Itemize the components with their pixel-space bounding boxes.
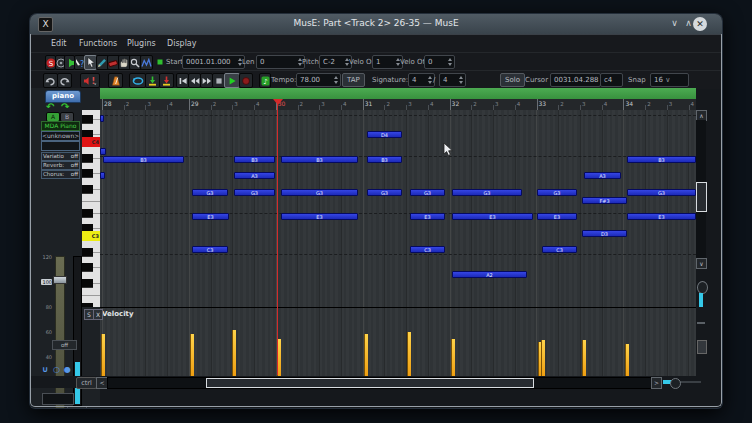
velocity-lane[interactable]: Velocity (100, 307, 696, 376)
play-icon[interactable] (224, 73, 240, 88)
black-key[interactable] (82, 279, 93, 288)
midi-note[interactable]: G3 (234, 189, 275, 196)
scroll-down-icon[interactable]: ∨ (696, 258, 707, 269)
sig-den-spinbox-down-icon[interactable] (459, 81, 463, 84)
sig-den-spinbox-up-icon[interactable] (459, 76, 463, 79)
velocity-bar[interactable] (451, 339, 455, 376)
midi-note[interactable]: G3 (367, 189, 402, 196)
midi-note[interactable]: B3 (281, 156, 358, 163)
midi-note[interactable]: F#3 (582, 197, 627, 204)
volume-off-button[interactable]: off (52, 340, 77, 350)
solo-button[interactable]: Solo (500, 73, 525, 87)
black-key[interactable] (82, 248, 93, 257)
tap-button[interactable]: TAP (342, 73, 365, 87)
tempo-icon[interactable]: ♪ (259, 73, 271, 88)
hzoom-knob[interactable] (670, 378, 681, 389)
black-key[interactable] (82, 115, 93, 124)
controller-row-variatio[interactable]: Variatiooff (41, 152, 80, 161)
sig-num-spinbox-up-icon[interactable] (428, 76, 432, 79)
vscrollbar-thumb[interactable] (696, 182, 707, 212)
close-icon[interactable]: ✕ (693, 17, 707, 31)
midi-note[interactable]: E3 (410, 213, 445, 220)
draw-line-icon[interactable] (140, 55, 153, 70)
punch-out-icon[interactable] (159, 73, 174, 88)
vscrollbar-track[interactable] (696, 120, 706, 268)
piano-keyboard[interactable]: C4C3 (82, 110, 101, 307)
velocity-bar[interactable] (625, 344, 629, 376)
velocity-bar[interactable] (582, 340, 586, 376)
titlebar[interactable]: X MusE: Part <Track 2> 26-35 — MusE ∨ ∧ … (30, 14, 722, 34)
midi-note[interactable]: E3 (281, 213, 358, 220)
midi-note[interactable]: D3 (582, 230, 627, 237)
midi-note[interactable]: A2 (452, 271, 527, 278)
midi-note[interactable]: G3 (537, 189, 577, 196)
controller-row-chorus[interactable]: Chorus:off (41, 170, 80, 179)
record-icon[interactable] (239, 73, 253, 88)
hzoom-slider[interactable] (663, 378, 701, 386)
velocity-bar[interactable] (190, 334, 194, 376)
midi-note[interactable]: B3 (103, 156, 184, 163)
velocity-bar[interactable] (232, 330, 236, 376)
volume-handle[interactable] (53, 276, 67, 284)
midi-note[interactable]: B3 (367, 156, 402, 163)
sig-den-spinbox[interactable]: 4 (439, 73, 466, 87)
black-key[interactable] (82, 185, 93, 194)
midi-note[interactable] (100, 172, 105, 179)
panic-icon[interactable]: ! (80, 73, 100, 88)
field-velo-off-up-icon[interactable] (448, 58, 452, 61)
scroll-right-icon[interactable]: > (651, 377, 662, 389)
midi-note[interactable]: A3 (234, 172, 275, 179)
next-part-icon[interactable]: ↷ (61, 101, 69, 112)
tempo-spinbox[interactable]: 78.00 (296, 73, 341, 87)
marked-key-c4[interactable]: C4 (82, 137, 100, 147)
midi-note[interactable] (100, 115, 104, 122)
menu-functions[interactable]: Functions (76, 38, 120, 49)
hscrollbar-thumb[interactable] (206, 378, 534, 388)
playhead-marker[interactable] (273, 99, 283, 105)
sig-num-spinbox-spin-arrows[interactable] (428, 76, 432, 84)
routing-icon-2[interactable]: ● (64, 365, 71, 374)
routing-icon-1[interactable]: ○ (53, 365, 60, 374)
midi-note[interactable]: C3 (192, 246, 228, 253)
tempo-spinbox-up-icon[interactable] (334, 76, 338, 79)
patch-field[interactable]: MDA Piano (41, 121, 80, 131)
field-start[interactable]: 0001.01.000 (182, 55, 245, 69)
black-key[interactable] (82, 154, 93, 163)
hscrollbar-track[interactable] (107, 377, 652, 389)
velocity-bar[interactable] (407, 332, 411, 376)
midi-note[interactable] (100, 148, 106, 155)
minimize-icon[interactable]: ∨ (668, 17, 681, 30)
field-velo-off-down-icon[interactable] (448, 63, 452, 66)
midi-note[interactable]: E3 (192, 213, 229, 220)
midi-note[interactable]: E3 (537, 213, 577, 220)
whats-this-icon[interactable]: ? (74, 55, 85, 70)
black-key[interactable] (82, 303, 93, 307)
velocity-bar[interactable] (364, 334, 368, 376)
note-canvas[interactable]: D4B3B3B3B3B3A3A3G3G3G3G3G3G3G3G3F#3E3E3E… (100, 110, 696, 307)
undo-icon[interactable] (43, 73, 58, 88)
tempo-spinbox-spin-arrows[interactable] (334, 76, 338, 84)
punch-in-icon[interactable] (145, 73, 160, 88)
midi-note[interactable]: G3 (192, 189, 228, 196)
field-velo-off[interactable]: 0 (424, 55, 455, 69)
midi-note[interactable]: A3 (584, 172, 621, 179)
lane-close-button[interactable]: X (93, 309, 103, 320)
field-velo-off-spin-arrows[interactable] (448, 58, 452, 66)
drummap-field[interactable]: <unknown> (41, 131, 80, 141)
sig-num-spinbox[interactable]: 4 (408, 73, 435, 87)
tempo-spinbox-down-icon[interactable] (334, 81, 338, 84)
midi-note[interactable]: D4 (367, 131, 402, 138)
sig-den-spinbox-spin-arrows[interactable] (459, 76, 463, 84)
menu-plugins[interactable]: Plugins (124, 38, 159, 49)
field-pitch[interactable]: C-2 (319, 55, 352, 69)
midi-note[interactable]: G3 (452, 189, 522, 196)
prev-part-icon[interactable]: ↶ (46, 101, 54, 112)
midi-note[interactable]: C3 (542, 246, 577, 253)
velocity-bar[interactable] (541, 340, 545, 376)
snap-dropdown-icon[interactable]: ∨ (663, 76, 670, 84)
routing-icon-0[interactable]: ∪ (42, 365, 49, 374)
midi-note[interactable]: G3 (410, 189, 445, 196)
controller-row-reverb[interactable]: Reverb:off (41, 161, 80, 170)
midi-note[interactable]: G3 (627, 189, 696, 196)
metronome-icon[interactable] (108, 73, 123, 88)
